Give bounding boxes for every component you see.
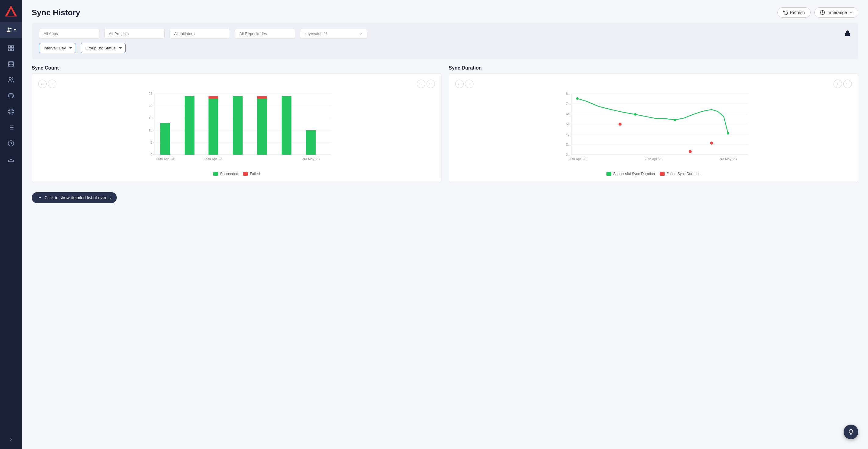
sidebar-item-users[interactable] bbox=[0, 72, 22, 88]
all-initiators-input[interactable] bbox=[169, 29, 230, 39]
green-dot-4 bbox=[726, 132, 729, 134]
all-projects-input[interactable] bbox=[104, 29, 165, 39]
help-icon bbox=[8, 140, 14, 147]
chevron-down-small-icon bbox=[38, 196, 42, 200]
red-dot-1 bbox=[618, 123, 621, 126]
all-apps-input[interactable] bbox=[39, 29, 99, 39]
filters-row-2: Interval: Day Group By: Status bbox=[39, 43, 851, 53]
chart-controls-left: ← → + − bbox=[38, 80, 435, 88]
users-icon bbox=[8, 77, 14, 83]
group-by-select[interactable]: Group By: Status bbox=[81, 43, 126, 53]
svg-point-8 bbox=[8, 61, 14, 63]
svg-text:26th Apr '23: 26th Apr '23 bbox=[156, 157, 174, 161]
list-icon bbox=[8, 124, 14, 131]
bar-3-green bbox=[209, 98, 218, 155]
chart-zoom-in-button[interactable]: + bbox=[417, 80, 425, 88]
logo bbox=[0, 0, 22, 22]
svg-point-9 bbox=[9, 78, 11, 80]
chart-zoom-out-button[interactable]: − bbox=[427, 80, 435, 88]
svg-text:5: 5 bbox=[151, 141, 152, 144]
legend-success-duration-color bbox=[607, 172, 611, 176]
slack-icon bbox=[8, 108, 14, 115]
duration-chart-zoom-in-button[interactable]: + bbox=[834, 80, 842, 88]
logo-icon bbox=[4, 4, 18, 18]
svg-point-2 bbox=[8, 27, 9, 29]
duration-chart-next-button[interactable]: → bbox=[465, 80, 473, 88]
sidebar: ▾ bbox=[0, 0, 22, 449]
sync-duration-section-title: Sync Duration bbox=[441, 65, 859, 71]
legend-failed: Failed bbox=[243, 172, 260, 176]
sync-duration-legend: Successful Sync Duration Failed Sync Dur… bbox=[455, 172, 852, 176]
green-dot-2 bbox=[634, 113, 636, 116]
svg-point-3 bbox=[10, 28, 11, 29]
lock-icon bbox=[844, 30, 851, 37]
sidebar-item-dashboard[interactable] bbox=[0, 40, 22, 56]
sidebar-nav bbox=[0, 38, 22, 432]
sync-duration-svg: 8s 7s 6s 5s 4s 3s 2s bbox=[455, 91, 852, 167]
bar-5-green bbox=[257, 98, 267, 155]
svg-text:29th Apr '23: 29th Apr '23 bbox=[645, 157, 662, 161]
sidebar-item-slack[interactable] bbox=[0, 104, 22, 120]
sidebar-item-github[interactable] bbox=[0, 88, 22, 104]
sync-count-chart-card: ← → + − 25 20 bbox=[32, 73, 441, 182]
refresh-icon bbox=[783, 10, 788, 15]
svg-text:4s: 4s bbox=[566, 133, 569, 136]
duration-chart-zoom-out-button[interactable]: − bbox=[843, 80, 852, 88]
database-icon bbox=[8, 61, 14, 67]
svg-text:15: 15 bbox=[149, 116, 152, 120]
chart-prev-button[interactable]: ← bbox=[38, 80, 46, 88]
duration-chart-prev-button[interactable]: ← bbox=[455, 80, 464, 88]
chart-zoom-right: + − bbox=[834, 80, 852, 88]
page-header: Sync History Refresh Timerange bbox=[22, 0, 868, 23]
svg-text:3rd May '23: 3rd May '23 bbox=[719, 157, 737, 161]
svg-text:10: 10 bbox=[149, 128, 152, 132]
sync-count-svg: 25 20 15 10 5 0 bbox=[38, 91, 435, 167]
legend-failed-duration-color bbox=[660, 172, 664, 176]
svg-text:25: 25 bbox=[149, 92, 152, 95]
show-events-label: Click to show detailed list of events bbox=[44, 195, 111, 200]
collapse-icon: › bbox=[10, 436, 12, 443]
download-icon bbox=[8, 156, 14, 162]
timerange-label: Timerange bbox=[827, 10, 847, 15]
team-switcher[interactable]: ▾ bbox=[0, 22, 22, 38]
svg-text:3rd May '23: 3rd May '23 bbox=[302, 157, 319, 161]
chart-zoom-left: + − bbox=[417, 80, 435, 88]
bar-5-red bbox=[257, 96, 267, 98]
chart-next-button[interactable]: → bbox=[48, 80, 56, 88]
interval-select[interactable]: Interval: Day bbox=[39, 43, 76, 53]
show-events-button[interactable]: Click to show detailed list of events bbox=[32, 192, 117, 203]
sidebar-collapse-button[interactable]: › bbox=[0, 432, 22, 447]
sync-duration-chart-card: ← → + − 8s bbox=[449, 73, 859, 182]
sidebar-item-data[interactable] bbox=[0, 56, 22, 72]
legend-success-duration-label: Successful Sync Duration bbox=[613, 172, 655, 176]
kv-label: key=value-% bbox=[305, 31, 328, 36]
sidebar-item-list[interactable] bbox=[0, 120, 22, 136]
legend-succeeded: Succeeded bbox=[213, 172, 238, 176]
sync-count-legend: Succeeded Failed bbox=[38, 172, 435, 176]
legend-success-duration: Successful Sync Duration bbox=[607, 172, 655, 176]
svg-text:20: 20 bbox=[149, 104, 152, 108]
kv-chevron-icon bbox=[359, 32, 363, 36]
chart-nav-right: ← → bbox=[455, 80, 473, 88]
github-icon bbox=[8, 92, 14, 99]
sidebar-item-help[interactable] bbox=[0, 136, 22, 151]
filters-row-1: key=value-% bbox=[39, 29, 851, 39]
red-dot-3 bbox=[710, 142, 713, 145]
kv-filter[interactable]: key=value-% bbox=[300, 29, 367, 39]
refresh-button[interactable]: Refresh bbox=[777, 7, 811, 18]
svg-rect-6 bbox=[8, 49, 10, 51]
sidebar-item-download[interactable] bbox=[0, 151, 22, 167]
svg-rect-4 bbox=[8, 46, 10, 48]
bar-4-green bbox=[233, 96, 243, 155]
fab-button[interactable] bbox=[844, 425, 858, 439]
svg-text:29th Apr '23: 29th Apr '23 bbox=[205, 157, 222, 161]
svg-text:5s: 5s bbox=[566, 122, 569, 126]
team-icon bbox=[6, 27, 13, 33]
bar-7-green bbox=[306, 130, 316, 155]
main-content: Sync History Refresh Timerange bbox=[22, 0, 868, 449]
timerange-button[interactable]: Timerange bbox=[814, 7, 858, 18]
bar-1-green bbox=[160, 123, 170, 155]
svg-text:7s: 7s bbox=[566, 102, 569, 106]
red-dot-2 bbox=[688, 150, 691, 153]
all-repositories-input[interactable] bbox=[235, 29, 295, 39]
